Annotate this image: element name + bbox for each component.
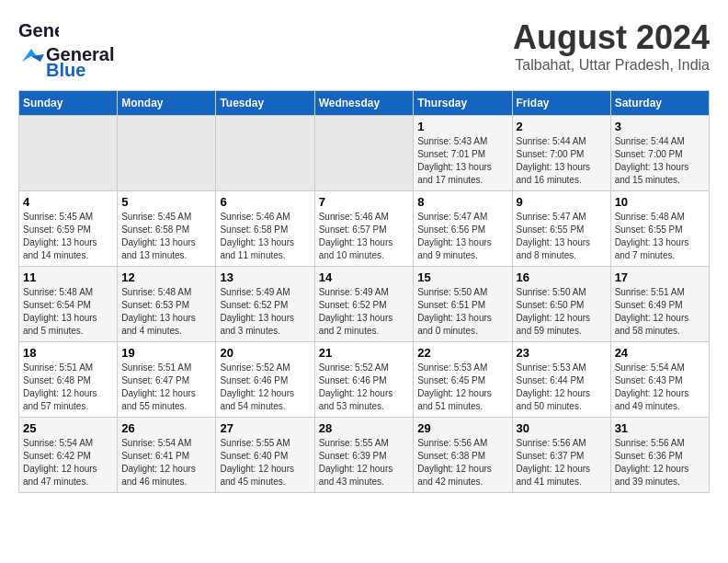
day-info: Sunrise: 5:48 AMSunset: 6:53 PMDaylight:… [121,287,196,336]
title-section: August 2024 Talbahat, Uttar Pradesh, Ind… [513,18,710,74]
weekday-header-monday: Monday [118,91,216,116]
day-info: Sunrise: 5:47 AMSunset: 6:56 PMDaylight:… [417,212,492,260]
calendar-cell: 24 Sunrise: 5:54 AMSunset: 6:43 PMDaylig… [610,342,709,418]
calendar-cell: 27 Sunrise: 5:55 AMSunset: 6:40 PMDaylig… [216,418,314,493]
calendar-week-row: 1 Sunrise: 5:43 AMSunset: 7:01 PMDayligh… [19,116,710,191]
calendar-cell: 3 Sunrise: 5:44 AMSunset: 7:00 PMDayligh… [610,116,709,191]
day-number: 29 [417,421,507,435]
calendar-cell: 12 Sunrise: 5:48 AMSunset: 6:53 PMDaylig… [118,267,216,342]
day-info: Sunrise: 5:44 AMSunset: 7:00 PMDaylight:… [615,136,689,185]
day-number: 23 [517,346,607,360]
calendar-cell: 10 Sunrise: 5:48 AMSunset: 6:55 PMDaylig… [610,191,709,267]
day-info: Sunrise: 5:56 AMSunset: 6:37 PMDaylight:… [517,438,591,487]
day-number: 22 [417,346,507,360]
calendar-cell: 13 Sunrise: 5:49 AMSunset: 6:52 PMDaylig… [216,267,314,342]
calendar-cell: 28 Sunrise: 5:55 AMSunset: 6:39 PMDaylig… [314,418,414,493]
day-number: 27 [220,421,310,435]
logo-blue-text: Blue [46,60,85,81]
day-number: 13 [220,270,310,284]
calendar-cell: 5 Sunrise: 5:45 AMSunset: 6:58 PMDayligh… [118,191,216,267]
day-number: 16 [517,270,607,284]
day-number: 26 [121,421,211,435]
calendar-cell: 18 Sunrise: 5:51 AMSunset: 6:48 PMDaylig… [19,342,118,418]
day-number: 28 [319,421,410,435]
day-number: 6 [220,195,310,209]
day-info: Sunrise: 5:51 AMSunset: 6:47 PMDaylight:… [121,362,196,411]
calendar-week-row: 4 Sunrise: 5:45 AMSunset: 6:59 PMDayligh… [19,191,710,267]
calendar-cell: 29 Sunrise: 5:56 AMSunset: 6:38 PMDaylig… [414,418,512,493]
day-info: Sunrise: 5:53 AMSunset: 6:45 PMDaylight:… [417,362,492,411]
day-info: Sunrise: 5:51 AMSunset: 6:49 PMDaylight:… [615,287,689,336]
calendar-cell: 11 Sunrise: 5:48 AMSunset: 6:54 PMDaylig… [19,267,118,342]
day-info: Sunrise: 5:52 AMSunset: 6:46 PMDaylight:… [220,362,294,411]
weekday-header-saturday: Saturday [610,91,709,116]
day-info: Sunrise: 5:49 AMSunset: 6:52 PMDaylight:… [220,287,294,336]
calendar-title: August 2024 [513,18,710,57]
weekday-header-friday: Friday [512,91,610,116]
day-info: Sunrise: 5:51 AMSunset: 6:48 PMDaylight:… [23,362,97,411]
calendar-cell: 2 Sunrise: 5:44 AMSunset: 7:00 PMDayligh… [512,116,610,191]
day-number: 24 [615,346,705,360]
day-info: Sunrise: 5:46 AMSunset: 6:57 PMDaylight:… [319,212,393,260]
day-info: Sunrise: 5:44 AMSunset: 7:00 PMDaylight:… [517,136,591,185]
calendar-cell [314,116,414,191]
day-info: Sunrise: 5:45 AMSunset: 6:58 PMDaylight:… [121,212,196,260]
day-info: Sunrise: 5:54 AMSunset: 6:43 PMDaylight:… [615,362,689,411]
day-info: Sunrise: 5:43 AMSunset: 7:01 PMDaylight:… [417,136,492,185]
day-number: 31 [615,421,705,435]
day-number: 4 [23,195,113,209]
day-number: 19 [121,346,211,360]
calendar-cell: 21 Sunrise: 5:52 AMSunset: 6:46 PMDaylig… [314,342,414,418]
day-info: Sunrise: 5:46 AMSunset: 6:58 PMDaylight:… [220,212,294,260]
day-info: Sunrise: 5:53 AMSunset: 6:44 PMDaylight:… [517,362,591,411]
weekday-header-sunday: Sunday [19,91,118,116]
day-number: 7 [319,195,410,209]
calendar-cell: 4 Sunrise: 5:45 AMSunset: 6:59 PMDayligh… [19,191,118,267]
logo-bird-icon [18,45,44,65]
calendar-cell [118,116,216,191]
weekday-header-tuesday: Tuesday [216,91,314,116]
day-number: 17 [615,270,705,284]
day-info: Sunrise: 5:52 AMSunset: 6:46 PMDaylight:… [319,362,393,411]
calendar-cell: 26 Sunrise: 5:54 AMSunset: 6:41 PMDaylig… [118,418,216,493]
weekday-header-wednesday: Wednesday [314,91,414,116]
calendar-subtitle: Talbahat, Uttar Pradesh, India [513,57,710,74]
weekday-header-thursday: Thursday [414,91,512,116]
day-number: 20 [220,346,310,360]
calendar-cell: 17 Sunrise: 5:51 AMSunset: 6:49 PMDaylig… [610,267,709,342]
calendar-cell: 9 Sunrise: 5:47 AMSunset: 6:55 PMDayligh… [512,191,610,267]
calendar-cell: 30 Sunrise: 5:56 AMSunset: 6:37 PMDaylig… [512,418,610,493]
day-info: Sunrise: 5:50 AMSunset: 6:50 PMDaylight:… [517,287,591,336]
calendar-cell: 19 Sunrise: 5:51 AMSunset: 6:47 PMDaylig… [118,342,216,418]
day-number: 3 [615,120,705,133]
day-number: 18 [23,346,113,360]
calendar-cell: 22 Sunrise: 5:53 AMSunset: 6:45 PMDaylig… [414,342,512,418]
day-number: 2 [517,120,607,133]
svg-text:General: General [18,20,59,40]
calendar-cell [216,116,314,191]
calendar-cell: 15 Sunrise: 5:50 AMSunset: 6:51 PMDaylig… [414,267,512,342]
day-info: Sunrise: 5:56 AMSunset: 6:36 PMDaylight:… [615,438,689,487]
day-info: Sunrise: 5:55 AMSunset: 6:39 PMDaylight:… [319,438,393,487]
page-header: General General Blue August 2024 Talbaha… [18,18,710,81]
day-number: 11 [23,270,113,284]
logo: General General Blue [18,18,114,81]
day-number: 1 [417,120,507,133]
calendar-week-row: 25 Sunrise: 5:54 AMSunset: 6:42 PMDaylig… [19,418,710,493]
calendar-cell: 6 Sunrise: 5:46 AMSunset: 6:58 PMDayligh… [216,191,314,267]
day-info: Sunrise: 5:55 AMSunset: 6:40 PMDaylight:… [220,438,294,487]
day-number: 14 [319,270,410,284]
calendar-cell: 20 Sunrise: 5:52 AMSunset: 6:46 PMDaylig… [216,342,314,418]
calendar-cell: 14 Sunrise: 5:49 AMSunset: 6:52 PMDaylig… [314,267,414,342]
calendar-cell: 16 Sunrise: 5:50 AMSunset: 6:50 PMDaylig… [512,267,610,342]
calendar-cell [19,116,118,191]
day-info: Sunrise: 5:47 AMSunset: 6:55 PMDaylight:… [517,212,591,260]
day-number: 8 [417,195,507,209]
day-info: Sunrise: 5:54 AMSunset: 6:42 PMDaylight:… [23,438,97,487]
day-info: Sunrise: 5:48 AMSunset: 6:55 PMDaylight:… [615,212,689,260]
day-info: Sunrise: 5:50 AMSunset: 6:51 PMDaylight:… [417,287,492,336]
calendar-cell: 8 Sunrise: 5:47 AMSunset: 6:56 PMDayligh… [414,191,512,267]
calendar-cell: 31 Sunrise: 5:56 AMSunset: 6:36 PMDaylig… [610,418,709,493]
calendar-cell: 1 Sunrise: 5:43 AMSunset: 7:01 PMDayligh… [414,116,512,191]
day-info: Sunrise: 5:56 AMSunset: 6:38 PMDaylight:… [417,438,492,487]
